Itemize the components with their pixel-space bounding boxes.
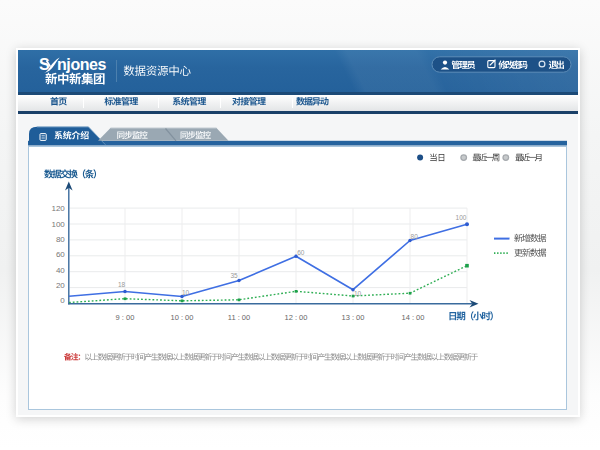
svg-text:60: 60 xyxy=(297,249,305,256)
svg-text:0: 0 xyxy=(60,296,65,305)
svg-text:40: 40 xyxy=(56,266,65,275)
svg-text:18: 18 xyxy=(118,281,126,288)
svg-text:120: 120 xyxy=(51,204,65,213)
svg-text:10 : 00: 10 : 00 xyxy=(171,313,194,322)
svg-text:14 : 00: 14 : 00 xyxy=(402,313,425,322)
svg-text:80: 80 xyxy=(56,235,65,244)
svg-text:13 : 00: 13 : 00 xyxy=(342,313,365,322)
svg-text:10: 10 xyxy=(182,289,190,296)
svg-text:11 : 00: 11 : 00 xyxy=(228,313,250,322)
svg-text:njones: njones xyxy=(57,56,107,73)
svg-text:60: 60 xyxy=(56,250,65,259)
svg-text:12 : 00: 12 : 00 xyxy=(285,313,308,322)
svg-text:100: 100 xyxy=(456,214,467,221)
svg-text:9 : 00: 9 : 00 xyxy=(116,313,135,322)
svg-text:20: 20 xyxy=(56,281,65,290)
svg-text:35: 35 xyxy=(230,272,238,279)
svg-text:100: 100 xyxy=(51,220,65,229)
svg-text:10: 10 xyxy=(354,290,362,297)
svg-text:80: 80 xyxy=(411,233,419,240)
